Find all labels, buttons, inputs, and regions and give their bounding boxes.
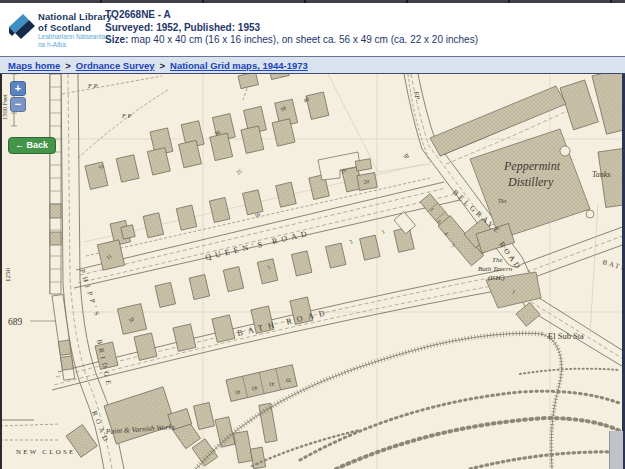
nls-logo-icon (8, 10, 36, 44)
sheet-title: TQ2668NE - A (105, 9, 478, 22)
map-canvas[interactable]: QUEEN'S ROAD BATH ROAD BELGRAVE ROAD PHI… (0, 74, 625, 469)
tank-circle (560, 146, 570, 156)
distillery-label-1: Peppermint (503, 159, 561, 173)
size-label: Size: (105, 34, 128, 45)
breadcrumb-maps-home[interactable]: Maps home (8, 60, 60, 71)
tavern-label-3: (P.H.) (488, 274, 505, 282)
distillery-label-2: Distillery (507, 175, 554, 189)
back-button[interactable]: ← Back (8, 137, 56, 154)
page: National Library of Scotland Leabharlann… (0, 0, 625, 469)
tks-label: Tks (498, 198, 507, 204)
grid-689-label: 689 (8, 317, 23, 327)
tavern-label-2: Bath Tavern (478, 265, 513, 273)
brand-line2: of Scotland (38, 23, 112, 34)
brand-gaelic1: Leabharlann Nàiseanta (38, 33, 112, 41)
survey-dates: Surveyed: 1952, Published: 1953 (105, 22, 478, 35)
sheet-size: Size: map 40 x 40 cm (16 x 16 inches), o… (105, 34, 478, 47)
breadcrumb-separator: > (65, 60, 71, 71)
scale-feet-label: 1500 Feet (1, 94, 8, 120)
map-info: TQ2668NE - A Surveyed: 1952, Published: … (105, 9, 478, 47)
breadcrumb-ordnance-survey[interactable]: Ordnance Survey (76, 60, 155, 71)
tanks-label: Tanks (592, 170, 610, 179)
size-value: map 40 x 40 cm (16 x 16 inches), on shee… (128, 34, 478, 45)
scale-1250-label: 1250 (4, 268, 12, 283)
fp-label-2: FP (121, 112, 133, 119)
breadcrumb: Maps home>Ordnance Survey>National Grid … (0, 56, 625, 74)
fp-label-1: FP (87, 82, 99, 89)
scrollbar-corner[interactable] (609, 431, 623, 469)
map-left-edge (0, 74, 2, 469)
tavern-label-1: The (492, 256, 503, 264)
brand-line1: National Library (38, 12, 112, 23)
breadcrumb-separator: > (160, 60, 166, 71)
map-viewport[interactable]: QUEEN'S ROAD BATH ROAD BELGRAVE ROAD PHI… (0, 74, 625, 469)
tank-circle (586, 210, 594, 218)
brand-text: National Library of Scotland Leabharlann… (38, 12, 112, 49)
el-sub-sta-label: El Sub Sta (548, 331, 584, 341)
breadcrumb-national-grid-maps[interactable]: National Grid maps, 1944-1973 (170, 60, 308, 71)
zoom-out-button[interactable]: − (10, 97, 26, 112)
brand-gaelic2: na h-Alba (38, 41, 112, 49)
zoom-in-button[interactable]: + (10, 81, 26, 96)
new-close-label: NEW CLOSE (16, 448, 76, 456)
header: National Library of Scotland Leabharlann… (0, 3, 625, 56)
